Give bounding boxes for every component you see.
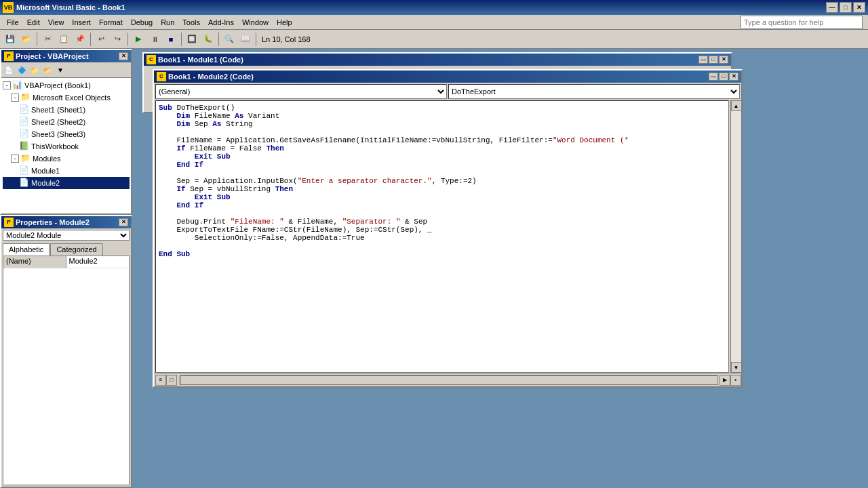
scroll-down-btn[interactable]: ▼ [731, 362, 742, 373]
prop-name-value[interactable]: Module2 [66, 256, 130, 268]
sheet1-label: Sheet1 (Sheet1) [31, 106, 85, 114]
proj-dropdown-btn[interactable]: ▼ [54, 64, 66, 76]
project-window: P Project - VBAProject ✕ 📄 🔷 📁 📂 ▼ - 📊 V… [0, 49, 132, 215]
tree-vbaproject[interactable]: - 📊 VBAProject (Book1) [3, 79, 130, 92]
toolbar-redo-btn[interactable]: ↪ [110, 32, 125, 47]
menu-addins[interactable]: Add-Ins [204, 17, 238, 28]
proj-view-code-btn[interactable]: 📄 [3, 64, 15, 76]
menu-tools[interactable]: Tools [178, 17, 204, 28]
code-area: C Book1 - Module1 (Code) — □ ✕ C Book1 -… [132, 49, 868, 488]
project-titlebar: P Project - VBAProject ✕ [1, 50, 131, 62]
toolbar-debug-btn[interactable]: 🐛 [201, 32, 216, 47]
bottom-corner-btn[interactable]: ▪ [730, 375, 741, 386]
toolbar-run-btn[interactable]: ▶ [131, 32, 146, 47]
app-titlebar: VB Microsoft Visual Basic - Book1 — □ ✕ [0, 0, 868, 15]
scroll-track[interactable] [731, 111, 741, 362]
tree-thisworkbook[interactable]: 📗 ThisWorkbook [3, 140, 130, 152]
props-object-dropdown[interactable]: Module2 Module [3, 230, 130, 241]
tree-sheet3[interactable]: 📄 Sheet3 (Sheet3) [3, 128, 130, 140]
toolbar-paste-btn[interactable]: 📌 [73, 32, 87, 47]
cw1-close-btn[interactable]: ✕ [719, 56, 728, 64]
modules-label: Modules [33, 155, 61, 163]
cw2-title: Book1 - Module2 (Code) [168, 73, 709, 81]
cw1-title: Book1 - Module1 (Code) [158, 56, 698, 64]
help-input[interactable] [741, 16, 863, 29]
toolbar-copy-btn[interactable]: 📋 [56, 32, 71, 47]
code-dropdown-left: (General) [155, 84, 447, 99]
sheet1-icon: 📄 [19, 104, 30, 115]
cw1-controls: — □ ✕ [698, 56, 728, 64]
toolbar-browse-btn[interactable]: 📖 [238, 32, 253, 47]
cw1-minimize-btn[interactable]: — [698, 56, 708, 64]
app-title: Microsoft Visual Basic - Book1 [16, 3, 826, 12]
tree-excel-objects[interactable]: - 📁 Microsoft Excel Objects [3, 92, 130, 104]
close-button[interactable]: ✕ [853, 2, 865, 13]
thisworkbook-icon: 📗 [19, 141, 30, 152]
sheet3-label: Sheet3 (Sheet3) [31, 130, 85, 138]
module1-label: Module1 [31, 167, 60, 175]
menu-debug[interactable]: Debug [127, 17, 157, 28]
tree-modules[interactable]: - 📁 Modules [3, 152, 130, 165]
scroll-up-btn[interactable]: ▲ [731, 100, 742, 111]
toolbar-save-btn[interactable]: 💾 [3, 32, 18, 47]
properties-close-btn[interactable]: ✕ [119, 218, 128, 226]
split-view-btn[interactable]: ≡ [155, 375, 166, 386]
toolbar-open-btn[interactable]: 📂 [19, 32, 34, 47]
menu-file[interactable]: File [3, 17, 23, 28]
toolbar-stop-btn[interactable]: ■ [163, 32, 178, 47]
tree-expand-vbaproject[interactable]: - [3, 81, 11, 89]
excel-objects-icon: 📁 [20, 92, 31, 103]
prop-name-label: (Name) [3, 256, 66, 268]
menu-view[interactable]: View [44, 17, 68, 28]
toolbar-undo-btn[interactable]: ↩ [94, 32, 108, 47]
project-tree: - 📊 VBAProject (Book1) - 📁 Microsoft Exc… [1, 78, 131, 214]
maximize-button[interactable]: □ [840, 2, 852, 13]
toolbar-pause-btn[interactable]: ⏸ [147, 32, 162, 47]
code-dropdowns: (General) DoTheExport [154, 83, 741, 100]
proj-folder-btn[interactable]: 📂 [41, 64, 54, 76]
properties-wt-controls: ✕ [119, 218, 128, 226]
props-dropdown-container: Module2 Module [1, 228, 131, 242]
general-dropdown[interactable]: (General) [155, 84, 447, 99]
menu-format[interactable]: Format [95, 17, 127, 28]
sheet3-icon: 📄 [19, 129, 30, 140]
proj-view-object-btn[interactable]: 🔷 [16, 64, 28, 76]
tab-categorized[interactable]: Categorized [50, 243, 102, 256]
toolbar-find-btn[interactable]: 🔍 [222, 32, 237, 47]
tree-sheet2[interactable]: 📄 Sheet2 (Sheet2) [3, 116, 130, 128]
menu-window[interactable]: Window [238, 17, 273, 28]
tree-sheet1[interactable]: 📄 Sheet1 (Sheet1) [3, 104, 130, 116]
sheet2-icon: 📄 [19, 117, 30, 127]
minimize-button[interactable]: — [826, 2, 838, 13]
cw2-close-btn[interactable]: ✕ [729, 73, 738, 81]
thisworkbook-label: ThisWorkbook [31, 142, 79, 150]
tree-expand-modules[interactable]: - [11, 155, 19, 163]
toolbar-design-btn[interactable]: 🔲 [184, 32, 199, 47]
cw2-maximize-btn[interactable]: □ [719, 73, 728, 81]
toolbar-cut-btn[interactable]: ✂ [40, 32, 55, 47]
tree-expand-excel[interactable]: - [11, 94, 19, 102]
menu-edit[interactable]: Edit [23, 17, 44, 28]
cw2-titlebar: C Book1 - Module2 (Code) — □ ✕ [154, 70, 741, 83]
hscroll-right-btn[interactable]: ▶ [719, 375, 730, 386]
menu-insert[interactable]: Insert [68, 17, 95, 28]
project-close-btn[interactable]: ✕ [119, 52, 128, 60]
cw2-minimize-btn[interactable]: — [709, 73, 718, 81]
project-toolbar: 📄 🔷 📁 📂 ▼ [1, 62, 131, 78]
toolbar-sep3 [127, 33, 128, 46]
proj-toggle-btn[interactable]: 📁 [28, 64, 41, 76]
hscroll[interactable] [180, 375, 718, 385]
procedure-dropdown[interactable]: DoTheExport [448, 84, 740, 99]
menu-help[interactable]: Help [273, 17, 296, 28]
menu-run[interactable]: Run [157, 17, 178, 28]
tab-alphabetic[interactable]: Alphabetic [3, 243, 50, 256]
cw1-maximize-btn[interactable]: □ [709, 56, 718, 64]
view-mode-btn[interactable]: □ [166, 375, 177, 386]
location-label: Ln 10, Col 168 [262, 35, 311, 43]
modules-icon: 📁 [20, 153, 31, 164]
cw1-icon: C [146, 55, 156, 64]
left-panel: P Project - VBAProject ✕ 📄 🔷 📁 📂 ▼ - 📊 V… [0, 49, 132, 488]
code-editor[interactable]: Sub DoTheExport() Dim FileName As Varian… [155, 100, 729, 373]
tree-module2[interactable]: 📄 Module2 [3, 177, 130, 189]
tree-module1[interactable]: 📄 Module1 [3, 165, 130, 177]
